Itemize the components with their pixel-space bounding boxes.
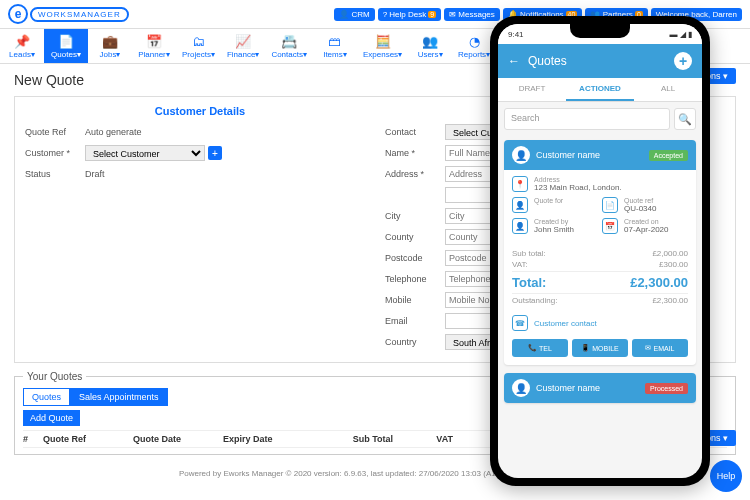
add-customer-button[interactable]: + xyxy=(208,146,222,160)
contact-label: Customer contact xyxy=(534,319,597,328)
top-pill[interactable]: 👤 CRM xyxy=(334,8,374,21)
tel-button[interactable]: 📞 TEL xyxy=(512,339,568,357)
app-tab-all[interactable]: ALL xyxy=(634,78,702,101)
doc-icon: 📄 xyxy=(602,197,618,213)
address-label: Address * xyxy=(385,169,445,179)
col-ref: Quote Ref xyxy=(43,434,133,444)
app-title: Quotes xyxy=(528,54,567,68)
col-date: Quote Date xyxy=(133,434,223,444)
email-button[interactable]: ✉ EMAIL xyxy=(632,339,688,357)
search-input[interactable]: Search xyxy=(504,108,670,130)
app-header: ← Quotes + xyxy=(498,44,702,78)
mobile-button[interactable]: 📱 MOBILE xyxy=(572,339,628,357)
quote-ref-value: Auto generate xyxy=(85,127,142,137)
customer-label: Customer * xyxy=(25,148,85,158)
country-label: Country xyxy=(385,337,445,347)
app-tab-actioned[interactable]: ACTIONED xyxy=(566,78,634,101)
customer-details-header: Customer Details xyxy=(25,105,375,117)
phone-notch xyxy=(570,24,630,38)
phone-circle-icon: ☎ xyxy=(512,315,528,331)
logo-icon: e xyxy=(8,4,28,24)
tab-sales-appointments[interactable]: Sales Appointments xyxy=(70,388,168,406)
county-label: County xyxy=(385,232,445,242)
nav-finance[interactable]: 📈Finance▾ xyxy=(221,29,265,63)
mobile-label: Mobile xyxy=(385,295,445,305)
pin-icon: 📍 xyxy=(512,176,528,192)
phone-mockup: 9:41 ▬ ◢ ▮ ← Quotes + DRAFTACTIONEDALL S… xyxy=(490,16,710,486)
logo: e WORKSMANAGER xyxy=(8,4,129,24)
postcode-label: Postcode xyxy=(385,253,445,263)
col-num: # xyxy=(23,434,43,444)
city-label: City xyxy=(385,211,445,221)
status-value: Draft xyxy=(85,169,105,179)
add-quote-icon[interactable]: + xyxy=(674,52,692,70)
app-tabs: DRAFTACTIONEDALL xyxy=(498,78,702,102)
contact-label: Contact xyxy=(385,127,445,137)
customer-column: Quote RefAuto generate Customer *Select … xyxy=(25,123,365,354)
quote-card-2[interactable]: 👤 Customer name Processed xyxy=(504,373,696,403)
nav-items[interactable]: 🗃Items▾ xyxy=(313,29,357,63)
customer-name: Customer name xyxy=(536,150,600,160)
customer-name-2: Customer name xyxy=(536,383,600,393)
add-quote-button[interactable]: Add Quote xyxy=(23,410,80,426)
calendar-icon: 📅 xyxy=(602,218,618,234)
your-quotes-legend: Your Quotes xyxy=(23,371,86,382)
tab-quotes[interactable]: Quotes xyxy=(23,388,70,406)
customer-select[interactable]: Select Customer xyxy=(85,145,205,161)
avatar-icon: 👤 xyxy=(512,146,530,164)
status-badge-2: Processed xyxy=(645,383,688,394)
status-badge: Accepted xyxy=(649,150,688,161)
nav-planner[interactable]: 📅Planner▾ xyxy=(132,29,176,63)
user-icon: 👤 xyxy=(512,197,528,213)
quote-card[interactable]: 👤 Customer name Accepted 📍 Address123 Ma… xyxy=(504,140,696,365)
status-label: Status xyxy=(25,169,85,179)
logo-text: WORKSMANAGER xyxy=(30,7,129,22)
quote-ref-label: Quote Ref xyxy=(25,127,85,137)
col-expiry: Expiry Date xyxy=(223,434,313,444)
email-label: Email xyxy=(385,316,445,326)
phone-time: 9:41 xyxy=(508,30,524,39)
nav-quotes[interactable]: 📄Quotes▾ xyxy=(44,29,88,63)
telephone-label: Telephone xyxy=(385,274,445,284)
nav-users[interactable]: 👥Users▾ xyxy=(408,29,452,63)
help-button[interactable]: Help xyxy=(710,460,742,492)
nav-expenses[interactable]: 🧮Expenses▾ xyxy=(357,29,408,63)
nav-contacts[interactable]: 📇Contacts▾ xyxy=(265,29,313,63)
user2-icon: 👤 xyxy=(512,218,528,234)
name-label: Name * xyxy=(385,148,445,158)
back-icon[interactable]: ← xyxy=(508,54,520,68)
search-icon[interactable]: 🔍 xyxy=(674,108,696,130)
signal-icon: ▬ ◢ ▮ xyxy=(670,30,692,39)
col-vat: VAT xyxy=(393,434,453,444)
nav-leads[interactable]: 📌Leads▾ xyxy=(0,29,44,63)
avatar-icon: 👤 xyxy=(512,379,530,397)
app-tab-draft[interactable]: DRAFT xyxy=(498,78,566,101)
top-pill[interactable]: ✉ Messages xyxy=(444,8,500,21)
nav-jobs[interactable]: 💼Jobs▾ xyxy=(88,29,132,63)
nav-projects[interactable]: 🗂Projects▾ xyxy=(176,29,221,63)
col-subtotal: Sub Total xyxy=(313,434,393,444)
top-pill[interactable]: ? Help Desk9 xyxy=(378,8,441,21)
